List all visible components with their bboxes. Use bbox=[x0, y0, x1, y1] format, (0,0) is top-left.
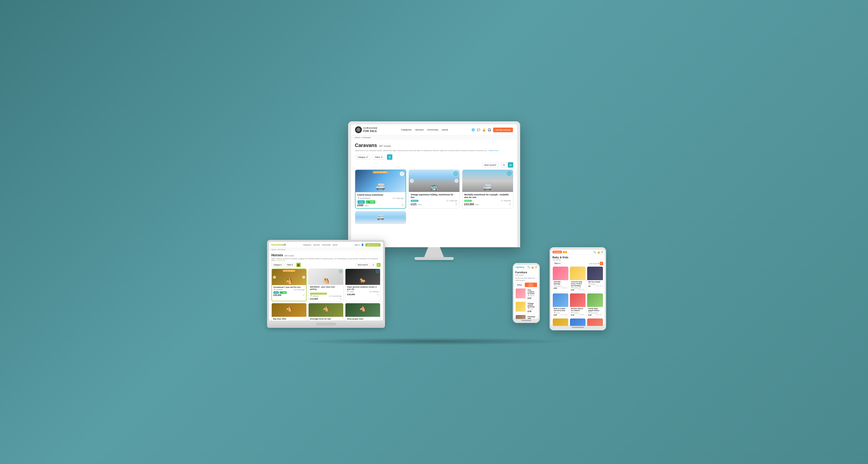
fav-icon-1[interactable]: ♡ bbox=[401, 204, 404, 207]
nav-categories[interactable]: Categories bbox=[401, 128, 412, 131]
horse-category-button[interactable]: Category ▾ bbox=[272, 263, 284, 267]
globe-icon[interactable]: 🌐 bbox=[471, 128, 475, 131]
next-arrow-2[interactable]: › bbox=[455, 179, 459, 183]
bk-image-9 bbox=[587, 318, 603, 326]
bell-icon[interactable]: 🔔 bbox=[482, 128, 486, 131]
horse-card-1-img-wrap: 🐴 AD OF THE WEEK ‹ › bbox=[272, 269, 306, 285]
bk-bell-icon[interactable]: 🔔 bbox=[597, 251, 600, 253]
caravan-logo-icon bbox=[356, 128, 361, 132]
sb-menu-icon[interactable]: ☰ bbox=[535, 266, 537, 268]
sb-bell-icon[interactable]: 🔔 bbox=[531, 266, 534, 268]
listing-body-1: 6 berth luxury motorhome 📍 Southampton 🕐… bbox=[355, 192, 406, 208]
horse-location-2: 📍 Newbury bbox=[310, 295, 319, 297]
bk-sort-label: most recent bbox=[589, 263, 597, 265]
nav-services[interactable]: Services bbox=[415, 128, 424, 131]
sb-refine-button[interactable]: Refine bbox=[516, 283, 524, 287]
sort-row: Most recent ▾ ≡ ⊞ bbox=[355, 162, 513, 167]
horse-grid-button[interactable]: ⊞ bbox=[296, 263, 301, 267]
horse-fav-1[interactable]: ♡ bbox=[303, 294, 305, 297]
location-1: 📍 Southampton bbox=[358, 197, 371, 199]
bk-price-4: £20 bbox=[554, 314, 557, 316]
listing-body-2: Vintage experience holiday, motorhome fo… bbox=[409, 192, 459, 207]
bk-price-2: £12 bbox=[571, 289, 574, 291]
horse-title-row: Horses 680 results bbox=[272, 253, 380, 257]
horse-description: With a diverse selection of equines rang… bbox=[272, 258, 380, 261]
logo-line2: FOR SALE bbox=[363, 129, 378, 132]
bk-image-1 bbox=[553, 267, 568, 280]
list-view-button[interactable]: ≡ bbox=[501, 162, 507, 167]
listing-body-3: Westfalia motorhome for 4 people - Avail… bbox=[462, 192, 513, 207]
prev-arrow-2[interactable]: ‹ bbox=[410, 179, 414, 183]
horse-filters-button[interactable]: Filters ▾ bbox=[285, 263, 295, 267]
horse-page-title: Horses bbox=[272, 253, 283, 257]
filter-icon-button[interactable]: ⊞ bbox=[387, 154, 392, 160]
bk-menu-icon[interactable]: ☰ bbox=[601, 251, 603, 253]
listing-title-1: 6 berth luxury motorhome bbox=[358, 194, 404, 196]
horse-nav-categories[interactable]: Categories bbox=[303, 244, 311, 246]
place-ad-button[interactable]: place your ad bbox=[365, 243, 380, 247]
fav-icon-3[interactable]: ♡ bbox=[509, 203, 511, 206]
bk-price-3: £8 bbox=[588, 285, 590, 287]
horse-nav: Categories Services Community Saved bbox=[303, 244, 337, 246]
sb-title-2: Vintage yellow armchair bbox=[528, 303, 536, 308]
bk-search-icon[interactable]: 🔍 bbox=[593, 251, 596, 253]
listing-price-3: £23,000 ORO bbox=[464, 203, 479, 206]
horse-nav-community[interactable]: Community bbox=[322, 244, 331, 246]
sell-caravan-button[interactable]: Sell My Caravan bbox=[493, 128, 513, 132]
horse-card-3-img-wrap: 🐎 ♡ bbox=[345, 269, 380, 285]
phone-home-bar bbox=[521, 320, 531, 321]
sb-save-search-button[interactable]: Save search bbox=[525, 283, 537, 287]
headset-icon[interactable]: 🎧 bbox=[488, 128, 491, 131]
caravan-read-more[interactable]: Read more bbox=[489, 149, 499, 152]
nav-saved[interactable]: Saved bbox=[442, 128, 448, 131]
horse-prev-1[interactable]: ‹ bbox=[273, 276, 276, 279]
horse-nav-saved[interactable]: Saved bbox=[333, 244, 337, 246]
bk-price-1: £45 bbox=[554, 287, 557, 289]
nav-community[interactable]: Community bbox=[427, 128, 438, 131]
sort-button[interactable]: Most recent ▾ bbox=[482, 163, 498, 167]
baby-kids-grid: Adorable flamingo 📍 Guildford £45 Yester… bbox=[553, 267, 603, 326]
logo-line1: CARAVANS bbox=[363, 127, 378, 129]
location-3: Brighton bbox=[464, 200, 472, 202]
bk-image-3 bbox=[587, 267, 603, 280]
horse-fav-3[interactable]: ♡ bbox=[377, 293, 379, 296]
filters-button[interactable]: Filters ▾ bbox=[372, 155, 385, 159]
horse-next-1[interactable]: › bbox=[302, 276, 305, 279]
monitor-stand bbox=[424, 247, 444, 257]
bk-card-title-1: Adorable flamingo bbox=[554, 281, 567, 285]
bk-image-2 bbox=[570, 267, 586, 280]
sb-title-3: Paintings with frames bbox=[528, 316, 536, 319]
bk-icons: 🔍 🔔 ☰ bbox=[593, 251, 603, 253]
laptop-screen-wrapper: horsemart Categories Services Community … bbox=[267, 240, 385, 320]
horse-call-button-1[interactable]: 📞 Call bbox=[280, 291, 287, 294]
horse-account-icon[interactable]: 👤 bbox=[361, 244, 364, 246]
horse-card-actions-1: Chat 📞 Call bbox=[274, 291, 305, 294]
bk-ad-badge: AD bbox=[563, 251, 567, 253]
category-filter-button[interactable]: Category ▾ bbox=[355, 155, 370, 159]
grid-view-button[interactable]: ⊞ bbox=[508, 162, 513, 167]
horse-chat-button-1[interactable]: Chat bbox=[274, 291, 279, 294]
chat-button-1[interactable]: Chat bbox=[358, 200, 365, 204]
horse-list-view[interactable]: ≡ bbox=[371, 263, 375, 267]
horse-card-6: 🐴 Show jumper mare bbox=[345, 303, 380, 320]
horse-sort-button[interactable]: Most recent ▾ bbox=[356, 263, 370, 267]
chat-icon[interactable]: 💬 bbox=[477, 128, 480, 131]
bk-price-row-1: £45 Yesterday bbox=[554, 287, 567, 289]
caravan-results-count: 487 results bbox=[379, 145, 391, 148]
horse-grid-view[interactable]: ⊞ bbox=[377, 263, 380, 267]
bk-grid-view-button[interactable]: ⊞ bbox=[600, 262, 603, 265]
caravan-nav: Categories Services Community Saved bbox=[401, 128, 448, 131]
call-button-1[interactable]: 📞 Call bbox=[366, 200, 375, 204]
horse-nav-services[interactable]: Services bbox=[313, 244, 320, 246]
bk-filter-button[interactable]: Filters ▾ bbox=[553, 262, 562, 265]
horse-card-2: 🐴 ♡ MAVERICK - pure class Irish gelding … bbox=[308, 269, 343, 301]
fav-icon-2[interactable]: ♡ bbox=[455, 203, 458, 206]
tablet-home-bar bbox=[572, 327, 584, 328]
bk-card-title-2: Colourful baby shoes. Perfect first birt… bbox=[571, 281, 585, 286]
horse-read-more[interactable]: Find more bbox=[277, 259, 285, 261]
sb-search-icon[interactable]: 🔍 bbox=[527, 266, 530, 268]
horse-fav-2[interactable]: ♡ bbox=[340, 298, 342, 300]
laptop-screen: horsemart Categories Services Community … bbox=[269, 242, 383, 320]
listing-meta-3: Brighton 🕐 Yesterday bbox=[464, 200, 511, 202]
sign-in-link[interactable]: Sign in bbox=[354, 244, 360, 246]
